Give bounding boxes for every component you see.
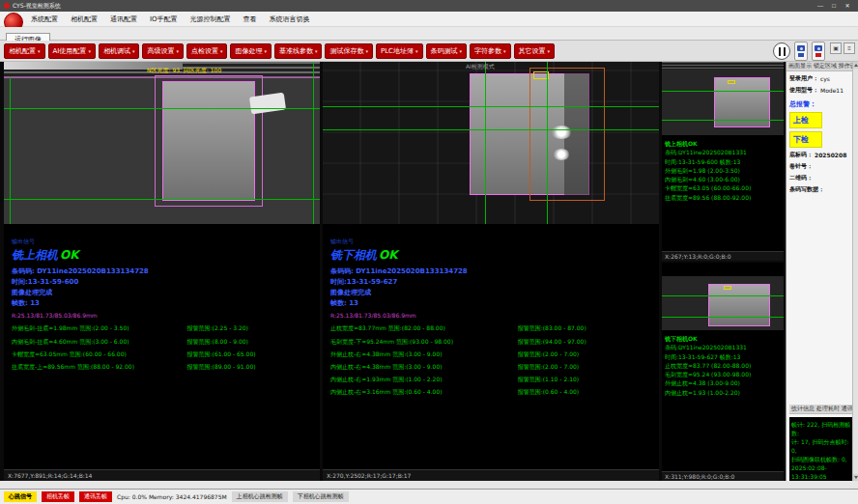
toolbar-label: 点检设置 — [191, 46, 218, 56]
measure-hline — [323, 106, 659, 107]
pause-button[interactable] — [773, 42, 790, 60]
toolbar-character-params[interactable]: 字符参数 — [470, 43, 511, 59]
panel-caption: 画面显示 锁定区域 操作设置 — [786, 62, 858, 71]
scroll-down-arrow[interactable] — [853, 474, 858, 481]
toolbar-advanced-settings[interactable]: 高级设置 — [142, 43, 184, 59]
close-button[interactable]: ✕ — [841, 1, 854, 11]
scroll-up-arrow[interactable] — [853, 62, 858, 69]
caret-down-icon — [415, 47, 418, 55]
toolbar-label: 相机调试 — [103, 46, 130, 56]
measure-vline — [485, 62, 486, 224]
camera-icon — [815, 45, 822, 51]
caret-down-icon — [264, 47, 267, 55]
signal-label: 输出信号 — [330, 238, 653, 246]
measure-hline — [4, 108, 320, 109]
panel-scrollbar[interactable] — [852, 62, 858, 481]
barcode-roi — [724, 286, 731, 290]
stats-block: 帧计: 222, 扫码检测帧数: 计: 17, 扫码分点帧时: 0, 扫码图像联… — [789, 417, 855, 481]
measure-hline — [4, 199, 320, 200]
lower-heartbeat-text: 下相机心跳检测帧 — [293, 491, 349, 502]
panel-pin-button[interactable]: ▣ — [830, 42, 842, 54]
lower-camera-image[interactable]: AI检测模式 — [323, 62, 659, 224]
panel-more-button[interactable]: ≡ — [844, 42, 855, 54]
machine-rails — [662, 62, 784, 70]
model-row: 使用型号： Mode11 — [789, 86, 855, 95]
menu-system-config[interactable]: 系统配置 — [29, 14, 60, 25]
needle-label: 卷针号： — [789, 162, 855, 171]
model-value[interactable]: Mode11 — [820, 87, 844, 94]
menu-language-switch[interactable]: 系统语言切换 — [268, 14, 312, 25]
measurement-row: 外侧毛刺-挂底=1.98mm 范围:(2.00 - 3.50)报警范围:(2.2… — [12, 324, 314, 331]
camera-drop-badge: 相机丢帧 — [42, 491, 74, 502]
red-status-chip — [815, 53, 821, 57]
menu-light-config[interactable]: 光源控制配置 — [188, 14, 233, 25]
upper-camera-view: N区亮度: 93. 回区亮度: 100 输出信号 铣上相机OK 条码码: DY1… — [4, 62, 320, 481]
panel-spacer — [789, 197, 855, 402]
toolbar-ai-config[interactable]: AI使用配置 — [48, 43, 96, 59]
toolbar-label: 图像处理 — [235, 46, 262, 56]
measure-hline — [323, 129, 659, 130]
model-label: 使用型号： — [789, 86, 818, 95]
toolbar-test-save-params[interactable]: 测试保存数 — [325, 43, 373, 59]
toolbar-camera-config[interactable]: 相机配置 — [4, 43, 45, 59]
upper-thumb-text: 铣上相机OK 条码:DY11ine2025020B1331 时间:13-31-5… — [662, 135, 784, 251]
frame-line: 帧数: 13 — [330, 298, 653, 309]
cursor-pixel-readout: X:270,Y:2502;R:17;G:17;B:17 — [323, 469, 659, 481]
toolbar-other-settings[interactable]: 其它设置 — [514, 43, 556, 59]
upper-camera-image[interactable]: N区亮度: 93. 回区亮度: 100 — [4, 62, 320, 224]
frame-line: 帧数: 13 — [12, 298, 314, 309]
minimize-button[interactable]: — — [814, 1, 827, 11]
lower-result-block: 输出信号 铣下相机OK 条码码: DY11ine2025020B13313472… — [323, 224, 659, 469]
upper-camera-toggle-button[interactable] — [794, 42, 808, 61]
measure-hline — [662, 317, 784, 318]
upper-result-block: 输出信号 铣上相机OK 条码码: DY11ine2025020B13313472… — [4, 224, 320, 469]
camera-status-line: 铣上相机OK — [12, 247, 314, 264]
login-user-value: cys — [820, 75, 830, 82]
reference-line: R:25.13/81.73/85.03/86.9mm — [12, 312, 314, 319]
stats-line: 帧计: 222, 扫码检测帧数: — [791, 420, 853, 437]
measure-vline — [313, 62, 314, 224]
write-data-label: 条码写数据： — [789, 185, 855, 194]
base-code-value: 20250208 — [815, 152, 846, 158]
ai-mode-label: AI检测模式 — [466, 63, 495, 71]
toolbar-barcode-test[interactable]: 条码测试 — [426, 43, 468, 59]
lower-camera-toggle-button[interactable] — [812, 42, 825, 61]
toolbar-camera-debug[interactable]: 相机调试 — [99, 43, 140, 59]
menu-io-config[interactable]: IO手配置 — [148, 14, 180, 25]
window-title: CYS-视觉检测系统 — [13, 2, 814, 11]
menu-camera-config[interactable]: 相机配置 — [69, 14, 100, 25]
measurement-row: 挂底宽度-上=89.56mm 范围:(88.00 - 92.00)报警范围:(8… — [12, 363, 314, 370]
login-user-row: 登录用户： cys — [789, 74, 855, 83]
lower-result-badge: 下检 — [789, 131, 822, 148]
app-window: CYS-视觉检测系统 — □ ✕ 系统配置 相机配置 通讯配置 IO手配置 光源… — [0, 0, 858, 504]
toolbar-plc-address[interactable]: PLC地址簿 — [376, 43, 423, 59]
status-ok: OK — [379, 248, 398, 262]
toolbar: 相机配置 AI使用配置 相机调试 高级设置 点检设置 图像处理 基准线参数 测试… — [0, 41, 858, 62]
toolbar-label: AI使用配置 — [53, 46, 87, 56]
signal-label: 输出信号 — [12, 238, 314, 246]
measurement-row: 内侧止枕-右=1.93mm 范围:(1.00 - 2.20)报警范围:(1.10… — [330, 376, 653, 382]
maximize-button[interactable]: □ — [827, 1, 841, 11]
caret-down-icon — [365, 47, 368, 55]
run-controls — [773, 41, 825, 62]
toolbar-label: 测试保存数 — [329, 46, 363, 56]
barcode-line: 条码码: DY11ine2025020B133134728 — [12, 266, 314, 277]
upper-heartbeat-text: 上相机心跳检测帧 — [232, 491, 288, 502]
caret-down-icon — [460, 47, 463, 55]
toolbar-image-processing[interactable]: 图像处理 — [230, 43, 272, 59]
toolbar-spotcheck-settings[interactable]: 点检设置 — [186, 43, 228, 59]
menu-comm-config[interactable]: 通讯配置 — [108, 14, 139, 25]
cpu-memory-text: Cpu: 0.0% Memory: 3424.41796875M — [117, 493, 227, 500]
tab-bar: 运行图像 — [0, 27, 858, 41]
lower-thumb-image[interactable] — [662, 276, 784, 330]
mini-buttons: ▣ ≡ — [830, 42, 855, 54]
toolbar-label: 条码测试 — [431, 46, 458, 56]
heartbeat-badge: 心跳信号 — [4, 491, 37, 502]
toolbar-label: PLC地址簿 — [381, 46, 414, 56]
upper-thumb-image[interactable] — [662, 62, 784, 135]
menu-bar: 系统配置 相机配置 通讯配置 IO手配置 光源控制配置 查看 系统语言切换 — [0, 12, 858, 27]
toolbar-baseline-params[interactable]: 基准线参数 — [274, 43, 323, 59]
process-line: 图像处理完成 — [330, 288, 653, 298]
toolbar-label: 基准线参数 — [279, 46, 313, 56]
menu-view[interactable]: 查看 — [242, 14, 259, 25]
